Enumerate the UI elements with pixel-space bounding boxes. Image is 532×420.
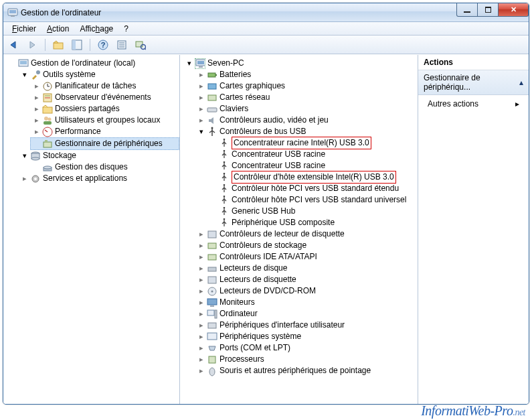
svg-rect-3 (54, 43, 63, 49)
menu-file[interactable]: Fichier (7, 23, 41, 34)
back-button[interactable] (6, 38, 21, 52)
computer-mgmt-icon (18, 58, 29, 69)
computer-node[interactable]: Ordinateur (195, 308, 418, 320)
close-button[interactable]: ✕ (498, 3, 529, 17)
usb-device-node[interactable]: Generic USB Hub (207, 206, 418, 217)
usb-plug-icon (219, 172, 230, 183)
monitors-node[interactable]: Moniteurs (195, 297, 418, 308)
svg-rect-45 (208, 95, 216, 100)
mouse-node[interactable]: Souris et autres périphériques de pointa… (195, 365, 418, 376)
window-title: Gestion de l'ordinateur (21, 8, 101, 17)
usb-device-node[interactable]: Périphérique USB composite (207, 217, 418, 228)
shared-folders-node[interactable]: Dossiers partagés (30, 103, 179, 115)
display-adapters-node[interactable]: Cartes graphiques (195, 80, 418, 92)
services-apps-node[interactable]: Services et applications (18, 173, 179, 184)
titlebar[interactable]: Gestion de l'ordinateur ✕ (3, 3, 529, 22)
performance-icon (42, 127, 53, 137)
monitor-icon (207, 297, 217, 308)
svg-rect-16 (20, 61, 27, 64)
ide-controllers-node[interactable]: Contrôleurs IDE ATA/ATAPI (195, 251, 418, 263)
system-device-icon (207, 332, 217, 342)
floppy-controller-icon (207, 229, 217, 240)
left-root-node[interactable]: Gestion de l'ordinateur (local) (6, 58, 179, 69)
svg-rect-27 (43, 121, 52, 125)
toolbar: ? (3, 36, 529, 54)
app-icon (7, 7, 18, 18)
usb-device-node[interactable]: Concentrateur racine Intel(R) USB 3.0 (207, 137, 418, 149)
task-scheduler-node[interactable]: Planificateur de tâches (30, 80, 179, 92)
left-tree-pane[interactable]: Gestion de l'ordinateur (local) Outils s… (3, 55, 180, 404)
submenu-arrow-icon (515, 99, 519, 109)
speaker-icon (207, 115, 217, 126)
svg-rect-66 (215, 310, 217, 318)
batteries-node[interactable]: Batteries (195, 69, 418, 80)
menu-help[interactable]: ? (119, 23, 133, 34)
maximize-button[interactable] (477, 3, 499, 17)
keyboards-node[interactable]: Claviers (195, 103, 418, 115)
scan-hardware-button[interactable] (133, 38, 148, 52)
usb-icon (207, 127, 217, 137)
usb-device-node[interactable]: Contrôleur hôte PCI vers USB standard ét… (207, 183, 418, 194)
svg-rect-40 (197, 61, 204, 64)
system-tools-node[interactable]: Outils système (18, 69, 179, 80)
hid-node[interactable]: Périphériques d'interface utilisateur (195, 320, 418, 331)
computer-root-node[interactable]: Seven-PC (183, 58, 418, 69)
usb-controllers-node[interactable]: Contrôleurs de bus USB (195, 126, 418, 137)
users-groups-node[interactable]: Utilisateurs et groupes locaux (30, 115, 179, 126)
usb-device-node[interactable]: Concentrateur USB racine (207, 149, 418, 160)
system-devices-node[interactable]: Périphériques système (195, 331, 418, 342)
tree-item-label: Contrôleur d'hôte extensible Intel(R) US… (232, 171, 396, 184)
svg-point-34 (31, 157, 39, 160)
console-tree-button[interactable] (70, 38, 84, 52)
audio-controllers-node[interactable]: Contrôleurs audio, vidéo et jeu (195, 115, 418, 126)
tree-item-label: Seven-PC (207, 58, 244, 69)
cpu-icon (207, 354, 217, 365)
disk-management-node[interactable]: Gestion des disques (30, 161, 179, 173)
disk-drive-icon (207, 263, 217, 274)
usb-device-node[interactable]: Contrôleur hôte PCI vers USB standard un… (207, 194, 418, 206)
processors-node[interactable]: Processeurs (195, 354, 418, 365)
svg-rect-41 (199, 66, 203, 68)
performance-node[interactable]: Performance (30, 126, 179, 137)
forward-button[interactable] (25, 38, 39, 52)
storage-node[interactable]: Stockage (18, 150, 179, 161)
storage-controllers-node[interactable]: Contrôleurs de stockage (195, 240, 418, 251)
svg-point-50 (224, 161, 226, 163)
usb-device-node[interactable]: Contrôleur d'hôte extensible Intel(R) US… (207, 171, 418, 183)
actions-other[interactable]: Autres actions (418, 95, 529, 113)
services-icon (30, 173, 41, 184)
svg-point-47 (211, 127, 213, 129)
toolbar-separator (45, 39, 46, 51)
help-button[interactable]: ? (96, 38, 110, 52)
properties-button[interactable] (114, 38, 129, 52)
floppy-drives-node[interactable]: Lecteurs de disquette (195, 274, 418, 285)
menu-view[interactable]: Affichage (75, 23, 118, 34)
actions-header: Actions (418, 55, 529, 70)
actions-section[interactable]: Gestionnaire de périphériqu... (418, 70, 529, 95)
device-tree-pane[interactable]: Seven-PC Batteries Cartes graphiques Car… (180, 55, 418, 404)
device-manager-node[interactable]: Gestionnaire de périphériques (30, 137, 179, 150)
event-viewer-node[interactable]: Observateur d'événements (30, 92, 179, 103)
tree-item-label: Périphériques d'interface utilisateur (219, 320, 345, 331)
tree-item-label: Batteries (219, 69, 251, 80)
usb-plug-icon (219, 138, 230, 149)
svg-rect-57 (208, 243, 216, 249)
network-adapters-node[interactable]: Cartes réseau (195, 92, 418, 103)
keyboard-icon (207, 104, 217, 115)
up-button[interactable] (51, 38, 66, 52)
usb-plug-icon (219, 161, 230, 171)
svg-rect-42 (208, 73, 215, 77)
floppy-controllers-node[interactable]: Contrôleurs de lecteur de disquette (195, 228, 418, 240)
minimize-button[interactable] (456, 3, 478, 17)
menubar: Fichier Action Affichage ? (3, 22, 529, 36)
dvd-drives-node[interactable]: Lecteurs de DVD/CD-ROM (195, 285, 418, 297)
tree-item-label: Outils système (43, 69, 96, 80)
tree-item-label: Ordinateur (219, 308, 258, 320)
disk-drives-node[interactable]: Lecteurs de disque (195, 263, 418, 274)
usb-device-node[interactable]: Concentrateur USB racine (207, 160, 418, 171)
svg-rect-60 (208, 277, 216, 283)
menu-action[interactable]: Action (42, 23, 74, 34)
collapse-icon (519, 78, 523, 87)
ports-node[interactable]: Ports (COM et LPT) (195, 342, 418, 354)
watermark-text: InformatiWeb-Pro (421, 403, 513, 418)
